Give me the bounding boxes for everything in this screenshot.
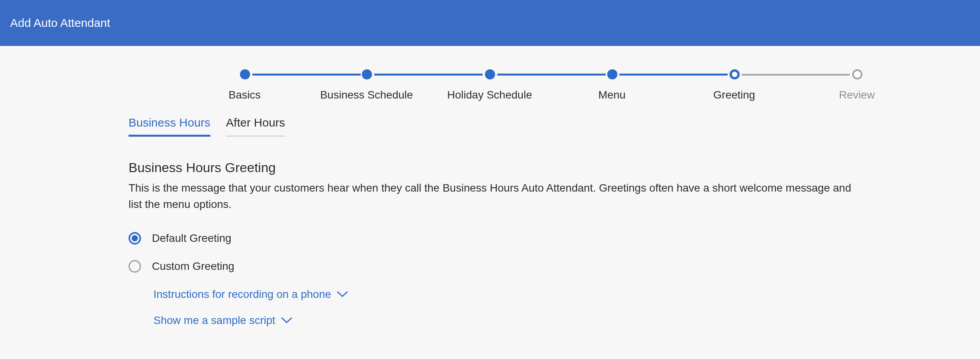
radio-label: Custom Greeting: [152, 260, 234, 273]
wizard-stepper: Basics Business Schedule Holiday Schedul…: [0, 46, 980, 104]
radio-default-greeting[interactable]: Default Greeting: [129, 232, 851, 245]
radio-unselected-icon: [129, 260, 141, 273]
tab-business-hours[interactable]: Business Hours: [129, 116, 210, 137]
section-description: This is the message that your customers …: [129, 180, 851, 213]
section-title: Business Hours Greeting: [129, 160, 851, 175]
step-label: Review: [839, 89, 875, 101]
chevron-down-icon: [281, 317, 293, 324]
greeting-radio-group: Default Greeting Custom Greeting Instruc…: [129, 232, 851, 327]
link-label: Instructions for recording on a phone: [153, 288, 331, 301]
radio-label: Default Greeting: [152, 232, 231, 245]
link-recording-instructions[interactable]: Instructions for recording on a phone: [153, 288, 851, 301]
tab-after-hours[interactable]: After Hours: [226, 116, 285, 137]
link-sample-script[interactable]: Show me a sample script: [153, 314, 851, 327]
page-title: Add Auto Attendant: [10, 16, 110, 30]
step-review: Review: [0, 46, 888, 101]
link-label: Show me a sample script: [153, 314, 275, 327]
step-dot-upcoming-icon: [852, 69, 862, 79]
page-header: Add Auto Attendant: [0, 0, 980, 46]
radio-custom-greeting[interactable]: Custom Greeting: [129, 260, 851, 273]
greeting-tabs: Business Hours After Hours: [129, 116, 851, 137]
radio-selected-icon: [129, 232, 141, 245]
content-area: Business Hours After Hours Business Hour…: [0, 104, 980, 327]
chevron-down-icon: [337, 291, 348, 298]
